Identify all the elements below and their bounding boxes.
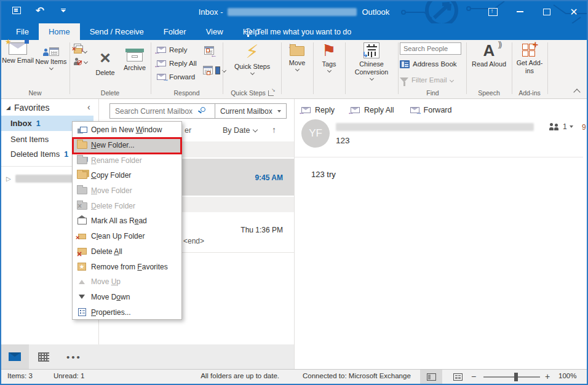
get-addins-button[interactable]: + Get Add-ins	[513, 40, 546, 75]
reading-view-button[interactable]	[447, 370, 469, 384]
reply-all-button[interactable]: ← Reply All	[157, 57, 197, 70]
forward-icon: →	[157, 74, 166, 80]
reply-icon: ←	[157, 47, 166, 53]
sender-avatar[interactable]: YF	[301, 119, 330, 148]
move-folder-icon	[73, 187, 91, 194]
menu-properties[interactable]: Properties...	[73, 304, 181, 320]
menu-move-down[interactable]: Move Down	[73, 290, 181, 305]
menu-mark-all-as-read[interactable]: Mark All as Read	[73, 213, 181, 229]
zoom-slider-track[interactable]	[483, 376, 540, 378]
group-label-addins: Add-ins	[512, 88, 547, 98]
minimize-folder-pane-icon[interactable]: ‹	[87, 102, 90, 112]
new-folder-highlight-box	[72, 137, 182, 154]
account-expand-icon[interactable]: ▷	[6, 175, 11, 182]
list-header-fragment[interactable]: er	[185, 126, 191, 135]
maximize-icon[interactable]	[536, 2, 557, 21]
address-book-button[interactable]: Address Book	[400, 57, 457, 71]
scope-dropdown-icon	[277, 110, 281, 113]
navigation-bar: •••	[0, 344, 294, 369]
inbox-unread-count: 1	[36, 119, 41, 128]
reply-all-icon: ←	[157, 60, 166, 66]
status-bar: Items: 3 Unread: 1 All folders are up to…	[0, 369, 588, 384]
copy-folder-icon	[73, 172, 91, 179]
read-aloud-button[interactable]: A)) Read Aloud	[472, 40, 506, 68]
chinese-conversion-button[interactable]: ↳ Chinese Conversion	[346, 40, 397, 80]
menu-remove-from-favorites[interactable]: ★ Remove from Favorites	[73, 259, 181, 274]
lightbulb-icon	[245, 28, 252, 35]
forward-button[interactable]: → Forward	[157, 70, 195, 84]
ribbon: ★ New Email New Items New × × ×	[0, 40, 588, 99]
new-email-button[interactable]: ★ New Email	[1, 40, 34, 65]
open-new-window-icon	[73, 127, 91, 133]
menu-delete-all[interactable]: × Delete All	[73, 244, 181, 260]
deleted-items-count: 1	[64, 150, 68, 159]
tab-view[interactable]: View	[196, 23, 233, 40]
message-preview: <end>	[183, 237, 204, 245]
normal-view-button[interactable]	[420, 370, 442, 384]
zoom-in-button[interactable]: +	[545, 371, 550, 381]
nav-more[interactable]: •••	[66, 352, 82, 362]
junk-icon[interactable]	[74, 58, 91, 65]
group-label-speech: Speech	[467, 88, 511, 98]
redacted-sender-name	[336, 123, 534, 131]
menu-clean-up-folder[interactable]: × Clean Up Folder	[73, 229, 181, 244]
filter-email-button: Filter Email	[400, 73, 453, 87]
title-bar: ↶ Inbox - Outlook ✕	[0, 0, 588, 23]
menu-copy-folder[interactable]: Copy Folder	[73, 168, 181, 183]
filter-email-icon	[400, 77, 408, 82]
meeting-icon[interactable]: ←	[204, 46, 214, 57]
archive-button[interactable]: Archive	[119, 44, 150, 72]
tab-folder[interactable]: Folder	[154, 23, 196, 40]
reading-pane-divider	[294, 157, 583, 157]
zoom-out-button[interactable]: −	[471, 371, 476, 381]
minimize-icon[interactable]	[509, 2, 530, 21]
move-down-icon	[73, 295, 91, 299]
recipients-badge[interactable]: 1	[549, 122, 573, 131]
ribbon-display-options-icon[interactable]	[482, 2, 503, 21]
quick-steps-dialog-launcher-icon[interactable]	[268, 90, 274, 96]
menu-move-up: Move Up	[73, 274, 181, 290]
tab-home[interactable]: Home	[39, 23, 80, 40]
favorites-expand-icon[interactable]: ◢	[6, 105, 10, 111]
search-icon[interactable]	[201, 107, 205, 112]
quick-steps-button[interactable]: ⚡ Quick Steps	[232, 40, 272, 74]
tags-flag-icon: ⚑	[322, 42, 336, 58]
collapse-ribbon-icon[interactable]	[573, 89, 580, 95]
forward-icon: →	[410, 107, 419, 113]
reading-reply-all-button[interactable]: ← Reply All	[351, 106, 394, 114]
address-book-icon	[400, 60, 410, 68]
clean-up-icon[interactable]: ×	[74, 48, 91, 54]
message-time: 9:45 AM	[255, 173, 283, 182]
tell-me-box[interactable]: Tell me what you want to do	[245, 23, 351, 40]
new-email-icon: ★	[9, 42, 27, 55]
favorites-header[interactable]: ◢ Favorites	[6, 103, 50, 113]
sort-direction-icon[interactable]: ↑	[272, 125, 276, 135]
message-subject: 123	[336, 136, 350, 145]
move-button[interactable]: ↓ Move	[282, 40, 312, 71]
archive-icon	[125, 49, 144, 62]
mailbox-scope-dropdown[interactable]: Current Mailbox	[215, 103, 287, 119]
move-up-icon	[73, 280, 91, 284]
tags-button[interactable]: ⚑ Tags	[314, 40, 344, 72]
menu-delete-folder: × Delete Folder	[73, 198, 181, 213]
tab-send-receive[interactable]: Send / Receive	[80, 23, 154, 40]
reading-forward-button[interactable]: → Forward	[410, 106, 452, 114]
move-icon: ↓	[288, 42, 306, 57]
nav-mail[interactable]	[0, 344, 29, 369]
chinese-conversion-icon: ↳	[364, 42, 379, 58]
delete-button[interactable]: × Delete	[91, 44, 119, 77]
menu-open-in-new-window[interactable]: Open in New Window	[73, 122, 181, 138]
sort-by-date-dropdown[interactable]: By Date	[223, 126, 257, 135]
zoom-slider-handle[interactable]	[514, 373, 518, 381]
reply-button[interactable]: ← Reply	[157, 43, 187, 57]
search-people-input[interactable]	[400, 42, 461, 55]
people-icon	[549, 123, 560, 130]
reading-pane-actions: ← Reply ← Reply All → Forward	[301, 106, 451, 114]
message-time: Thu 1:36 PM	[240, 226, 283, 234]
new-items-button[interactable]: New Items	[34, 40, 68, 69]
clipped-received-time: 9	[582, 123, 588, 132]
reading-reply-button[interactable]: ← Reply	[301, 106, 335, 114]
close-icon[interactable]: ✕	[563, 2, 584, 21]
zoom-percentage[interactable]: 100%	[558, 372, 576, 379]
nav-calendar[interactable]	[29, 344, 58, 369]
